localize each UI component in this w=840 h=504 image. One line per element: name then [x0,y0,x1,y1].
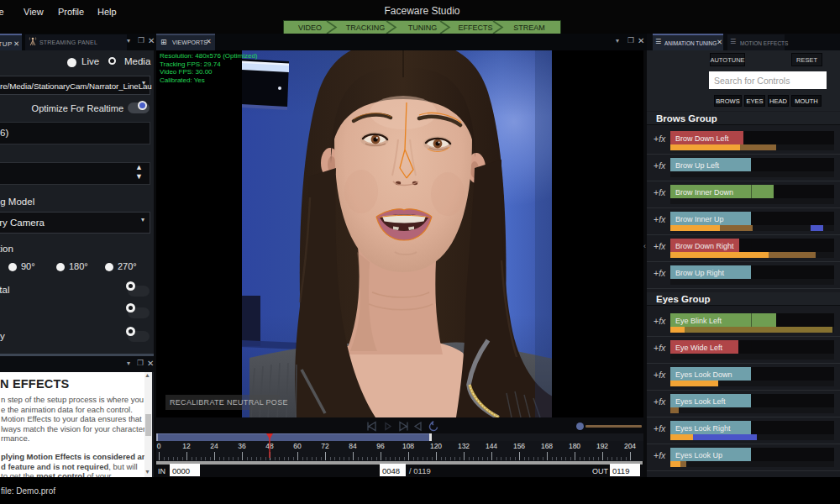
svg-text:TRACKING: TRACKING [346,24,386,32]
svg-text:STREAM: STREAM [513,24,545,32]
svg-text:VIDEO: VIDEO [298,24,322,32]
svg-text:TUNING: TUNING [408,24,438,32]
svg-text:EFFECTS: EFFECTS [458,24,492,32]
